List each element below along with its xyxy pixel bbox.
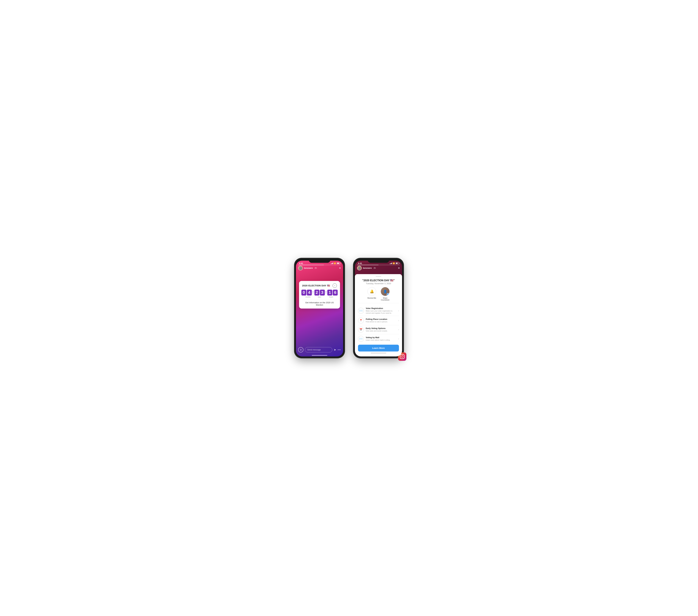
voting-by-mail-chevron: › <box>398 338 399 340</box>
story-header-2: 👤 kenzoere 2h × <box>355 265 402 272</box>
voting-by-mail-text: Voting by Mail Learn more about mail-in … <box>366 336 397 341</box>
voting-by-mail-icon: ✉️ <box>358 336 364 342</box>
battery-icon-1 <box>337 262 340 264</box>
months-label: months <box>302 296 314 298</box>
message-input[interactable]: Send message <box>305 347 332 353</box>
phone-2-screen: 9:41 📶 <box>355 261 402 356</box>
scene: 9:41 📶 <box>289 252 409 364</box>
wifi-icon-1: 📶 <box>334 262 336 264</box>
share-countdown-action[interactable]: 👤 + ShareCountdown <box>381 287 390 301</box>
voter-registration-title: Voter Registration <box>366 307 397 310</box>
story-bottom-bar: ⊙ Send message ➤ ••• <box>296 346 343 354</box>
countdown-digits: 0 4 : 2 3 : 1 6 <box>302 290 337 296</box>
sheet-actions: 🔔 Remind Me 👤 + ShareCountdown <box>358 287 399 303</box>
camera-button[interactable]: ⊙ <box>298 347 303 353</box>
early-voting-text: Early Voting Options Vote early and avoi… <box>366 327 397 332</box>
close-button-2[interactable]: × <box>398 267 400 270</box>
close-button-1[interactable]: × <box>339 267 341 270</box>
voting-by-mail-title: Voting by Mail <box>366 336 397 339</box>
username-2: kenzoere <box>363 267 372 269</box>
share-countdown-label: ShareCountdown <box>381 297 390 301</box>
username-1: kenzoere <box>304 267 313 269</box>
remind-me-label: Remind Me <box>367 297 376 299</box>
status-icons-2: 📶 <box>390 262 399 264</box>
voter-registration-text: Voter Registration Make sure your voter … <box>366 307 397 314</box>
send-button[interactable]: ➤ <box>334 348 336 352</box>
voter-registration-item[interactable]: ✉️ Voter Registration Make sure your vot… <box>358 305 399 316</box>
signal-icon-1 <box>331 262 333 264</box>
sheet-handle <box>376 276 381 277</box>
battery-icon-2 <box>395 262 399 264</box>
hours-digits: 1 6 <box>327 290 338 296</box>
voting-by-mail-desc: Learn more about mail-in voting. <box>366 339 397 341</box>
remind-me-icon: 🔔 <box>367 287 376 296</box>
sheet-date: Tuesday, November 3, 2020 <box>358 282 399 285</box>
share-countdown-avatar: 👤 + <box>381 287 390 296</box>
time-ago-2: 2h <box>374 267 376 269</box>
voter-registration-icon: ✉️ <box>358 308 364 314</box>
countdown-description: Get Information on the 2020 US Election <box>302 300 337 306</box>
countdown-arrow-btn[interactable]: › <box>333 283 337 288</box>
message-placeholder: Send message <box>307 348 321 351</box>
hour-digit-1: 6 <box>333 290 338 296</box>
home-indicator-2 <box>371 353 386 353</box>
story-progress-2 <box>357 265 400 265</box>
status-bar-1: 9:41 📶 <box>296 261 343 265</box>
phone-1-screen: 9:41 📶 <box>296 261 343 356</box>
polling-place-item[interactable]: 📍 Polling Place Location Find where to v… <box>358 316 399 325</box>
month-digit-0: 0 <box>302 290 306 296</box>
hour-digit-0: 1 <box>327 290 332 296</box>
learn-more-button[interactable]: Learn More <box>358 345 399 352</box>
day-digit-0: 2 <box>315 290 319 296</box>
more-button[interactable]: ••• <box>338 348 341 351</box>
time-ago-1: 2h <box>315 267 317 269</box>
day-digit-1: 3 <box>320 290 325 296</box>
countdown-title-row: 2020 ELECTION DAY 🇺🇸 › <box>302 283 337 288</box>
story-header-1: 👤 kenzoere 2h × <box>296 265 343 272</box>
polling-place-text: Polling Place Location Find where to vot… <box>366 318 397 323</box>
status-icons-1: 📶 <box>331 262 340 264</box>
countdown-labels: months days hours <box>302 296 337 298</box>
early-voting-chevron: › <box>398 328 399 331</box>
avatar-2: 👤 <box>357 266 362 270</box>
countdown-widget: 2020 ELECTION DAY 🇺🇸 › 0 4 : 2 3 : <box>299 281 340 309</box>
voting-by-mail-item[interactable]: ✉️ Voting by Mail Learn more about mail-… <box>358 334 399 343</box>
polling-place-desc: Find where to vote in person. <box>366 321 397 323</box>
voter-registration-desc: Make sure your voter registration is cor… <box>366 310 397 314</box>
wifi-icon-2: 📶 <box>393 262 395 264</box>
user-info-2[interactable]: 👤 kenzoere 2h <box>357 266 376 270</box>
separator-1: : <box>312 289 314 294</box>
early-voting-item[interactable]: 📅 Early Voting Options Vote early and av… <box>358 325 399 334</box>
polling-place-title: Polling Place Location <box>366 318 397 320</box>
user-info-1[interactable]: 👤 kenzoere 2h <box>298 266 317 270</box>
phone-2: 9:41 📶 <box>354 258 403 358</box>
status-bar-2: 9:41 📶 <box>355 261 402 265</box>
voter-registration-chevron: › <box>398 309 399 312</box>
months-digits: 0 4 <box>302 290 312 296</box>
early-voting-desc: Vote early and avoid crowds. <box>366 330 397 332</box>
countdown-title: 2020 ELECTION DAY 🇺🇸 <box>302 284 330 287</box>
polling-place-chevron: › <box>398 319 399 322</box>
phone-1: 9:41 📶 <box>295 258 344 358</box>
remind-me-action[interactable]: 🔔 Remind Me <box>367 287 376 301</box>
plus-badge: + <box>387 293 390 296</box>
status-time-2: 9:41 <box>358 262 362 264</box>
early-voting-icon: 📅 <box>358 327 364 333</box>
story-progress-1 <box>298 265 341 265</box>
status-time-1: 9:41 <box>299 262 303 264</box>
hours-label: hours <box>325 296 337 298</box>
separator-2: : <box>325 289 327 294</box>
polling-place-icon: 📍 <box>358 317 364 324</box>
month-digit-1: 4 <box>307 290 312 296</box>
early-voting-title: Early Voting Options <box>366 327 397 329</box>
avatar-1: 👤 <box>298 266 303 270</box>
signal-icon-2 <box>390 262 392 264</box>
sheet-title: "2020 ELECTION DAY 🇺🇸" <box>358 279 399 282</box>
days-digits: 2 3 <box>315 290 325 296</box>
home-indicator-1 <box>312 355 327 356</box>
bottom-sheet: "2020 ELECTION DAY 🇺🇸" Tuesday, November… <box>355 274 402 356</box>
days-label: days <box>314 296 325 298</box>
